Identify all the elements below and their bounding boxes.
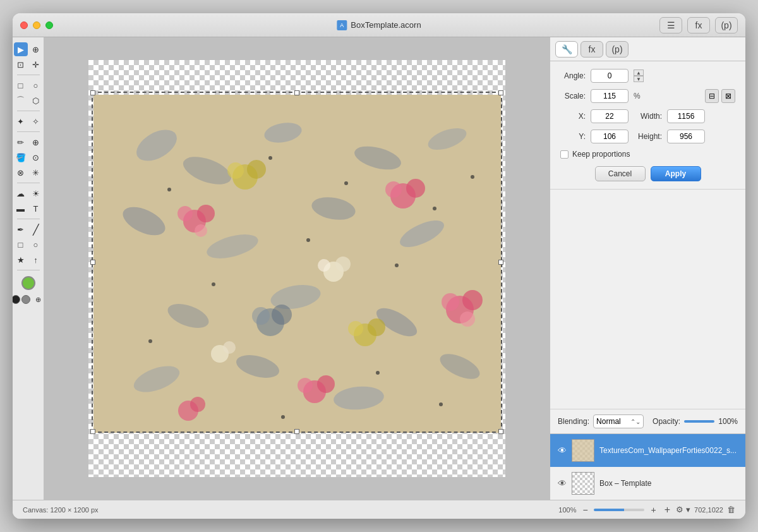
svg-point-35 xyxy=(247,160,266,179)
canvas-info: Canvas: 1200 × 1200 px xyxy=(23,506,99,514)
svg-point-55 xyxy=(281,415,285,419)
tools-tab[interactable]: 🔧 xyxy=(555,41,578,57)
layer-eye-icon[interactable]: 👁 xyxy=(558,478,567,488)
height-input[interactable] xyxy=(667,130,705,143)
svg-point-41 xyxy=(335,257,351,272)
transform-panel: Angle: ▲ ▼ Scale: % ⊟ ⊠ xyxy=(550,61,745,190)
keep-proportions-checkbox[interactable] xyxy=(560,150,568,159)
p-tab[interactable]: (p) xyxy=(606,41,629,57)
angle-row: Angle: ▲ ▼ xyxy=(560,69,735,83)
y-input[interactable] xyxy=(591,130,629,143)
ellipse-shape-tool[interactable]: □ xyxy=(14,238,28,251)
svg-point-32 xyxy=(442,293,459,311)
layer-thumbnail xyxy=(572,439,594,462)
layer-thumb-floral xyxy=(572,440,594,461)
opacity-value: 100% xyxy=(718,417,738,426)
main-window: A BoxTemplate.acorn ☰ fx (p) ▶ ⊕ ⊡ xyxy=(13,13,745,519)
svg-point-46 xyxy=(268,156,272,160)
sidebar-toggle-btn[interactable]: ☰ xyxy=(659,17,682,33)
angle-stepper: ▲ ▼ xyxy=(634,70,644,82)
x-input[interactable] xyxy=(591,109,629,123)
sharpen-tool[interactable]: ✳ xyxy=(29,166,43,179)
angle-up[interactable]: ▲ xyxy=(634,70,644,76)
fx-tab[interactable]: fx xyxy=(581,41,603,57)
panel-spacer xyxy=(550,190,745,409)
blending-mode-select[interactable]: Normal ⌃⌄ xyxy=(593,414,644,428)
zoom-slider[interactable] xyxy=(594,509,644,511)
light-tool[interactable]: ☀ xyxy=(29,186,43,200)
zoom-small[interactable]: ⊕ xyxy=(32,293,45,306)
opacity-slider[interactable] xyxy=(684,420,714,423)
p-button[interactable]: (p) xyxy=(715,17,738,33)
svg-point-50 xyxy=(306,238,310,242)
angle-down[interactable]: ▼ xyxy=(634,76,644,82)
smudge-tool[interactable]: ⊗ xyxy=(14,166,28,179)
cancel-button[interactable]: Cancel xyxy=(595,166,646,181)
magic-wand-tool[interactable]: ✦ xyxy=(14,114,28,128)
blending-select-arrow: ⌃⌄ xyxy=(630,418,641,425)
bg-colors: ⊕ xyxy=(13,293,45,306)
scale-row: Scale: % ⊟ ⊠ xyxy=(560,89,735,103)
xw-row: X: Width: xyxy=(560,109,735,123)
magic-eraser-tool[interactable]: ✧ xyxy=(29,114,43,128)
floral-svg xyxy=(93,95,501,433)
polygon-tool[interactable]: ⬡ xyxy=(29,94,43,107)
svg-point-26 xyxy=(317,375,335,393)
zoom-out-icon[interactable]: − xyxy=(580,505,590,515)
foreground-color[interactable] xyxy=(21,276,35,290)
width-input[interactable] xyxy=(667,109,705,123)
ellipse-select-tool[interactable]: ○ xyxy=(29,78,43,92)
brush-tool[interactable]: ✏ xyxy=(14,135,28,149)
svg-point-38 xyxy=(368,318,385,336)
oval-tool[interactable]: ○ xyxy=(29,238,43,251)
scale-width-icon[interactable]: ⊟ xyxy=(705,89,719,103)
height-label: Height: xyxy=(634,132,662,141)
line-tool[interactable]: ╱ xyxy=(29,222,43,236)
crop-tool[interactable]: ⊡ xyxy=(14,57,28,71)
maximize-button[interactable] xyxy=(45,21,53,29)
title-right-buttons: ☰ fx (p) xyxy=(659,17,738,33)
add-layer-icon[interactable]: + xyxy=(662,505,672,515)
canvas-area[interactable] xyxy=(44,37,550,500)
canvas-wrapper xyxy=(88,60,505,477)
layer-eye-icon[interactable]: 👁 xyxy=(558,445,567,456)
rect-select-tool[interactable]: □ xyxy=(14,78,28,92)
opacity-label: Opacity: xyxy=(653,417,680,426)
svg-point-49 xyxy=(212,282,215,286)
yh-row: Y: Height: xyxy=(560,130,735,143)
clone-tool[interactable]: ⊕ xyxy=(29,135,43,149)
angle-input[interactable] xyxy=(591,69,629,83)
zoom-level: 100% xyxy=(558,506,576,514)
transform-tool[interactable]: ✛ xyxy=(29,57,43,71)
black-color[interactable] xyxy=(13,295,20,304)
zoom-in-icon[interactable]: + xyxy=(648,505,658,515)
apply-button[interactable]: Apply xyxy=(651,166,701,181)
pen-tool[interactable]: ✒ xyxy=(14,222,28,236)
layer-item[interactable]: 👁 TexturesCom_WallpaperForties0022_s... xyxy=(550,434,745,467)
fx-button[interactable]: fx xyxy=(687,17,710,33)
minimize-button[interactable] xyxy=(33,21,40,29)
text-tool[interactable]: T xyxy=(29,202,43,215)
trash-icon[interactable]: 🗑 xyxy=(727,505,735,514)
white-color[interactable] xyxy=(21,295,30,304)
select-tool[interactable]: ▶ xyxy=(14,42,28,56)
rect-shape-tool[interactable]: ▬ xyxy=(14,202,28,215)
svg-point-36 xyxy=(227,162,244,179)
close-button[interactable] xyxy=(20,21,28,29)
star-tool[interactable]: ★ xyxy=(14,253,28,267)
zoom-tool[interactable]: ⊕ xyxy=(29,42,43,56)
svg-point-59 xyxy=(252,307,270,325)
svg-point-31 xyxy=(462,290,483,310)
scale-height-icon[interactable]: ⊠ xyxy=(721,89,735,103)
fill-tool[interactable]: 🪣 xyxy=(14,150,28,164)
gear-icon[interactable]: ⚙ ▾ xyxy=(676,505,690,514)
scale-input[interactable] xyxy=(591,89,629,103)
heal-tool[interactable]: ⊙ xyxy=(29,150,43,164)
action-buttons: Cancel Apply xyxy=(560,166,735,181)
status-bar: Canvas: 1200 × 1200 px 100% − + + ⚙ ▾ 70… xyxy=(13,500,745,519)
layer-item[interactable]: 👁 Box – Template xyxy=(550,467,745,500)
layer-thumbnail xyxy=(572,472,594,495)
arrow-tool[interactable]: ↑ xyxy=(29,253,43,267)
lasso-tool[interactable]: ⌒ xyxy=(14,94,28,107)
shape-tool[interactable]: ☁ xyxy=(14,186,28,200)
